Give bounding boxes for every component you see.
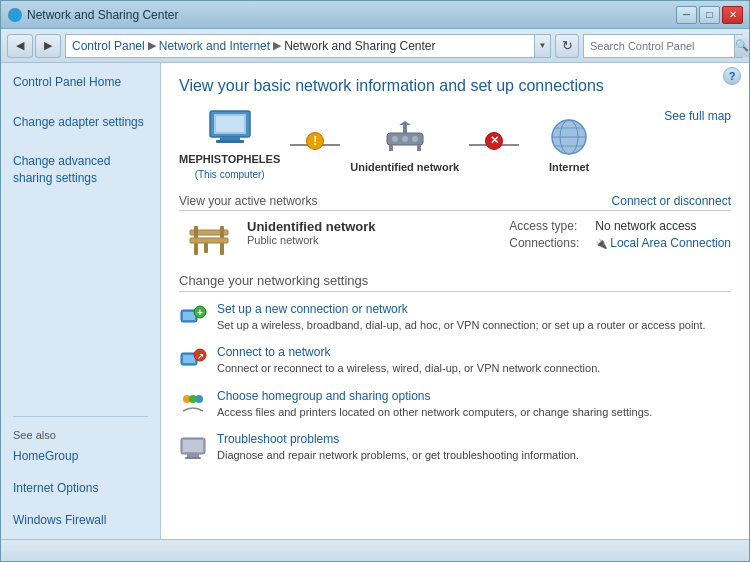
svg-rect-5 — [216, 140, 244, 143]
svg-point-8 — [392, 136, 398, 142]
troubleshoot-link[interactable]: Troubleshoot problems — [217, 432, 579, 446]
forward-button[interactable]: ▶ — [35, 34, 61, 58]
computer-label: MEPHISTOPHELES — [179, 153, 280, 165]
breadcrumb-dropdown[interactable]: ▼ — [535, 34, 551, 58]
breadcrumb-item-current: Network and Sharing Center — [284, 39, 435, 53]
title-bar: 🌐 Network and Sharing Center ─ □ ✕ — [1, 1, 749, 29]
sidebar-item-change-advanced-sharing[interactable]: Change advanced sharing settings — [13, 153, 148, 187]
connections-row: Connections: 🔌 Local Area Connection — [509, 236, 731, 250]
svg-point-10 — [412, 136, 418, 142]
setting-item-homegroup: Choose homegroup and sharing options Acc… — [179, 389, 731, 420]
search-box: 🔍 — [583, 34, 743, 58]
connector-error: ✕ — [469, 144, 519, 146]
see-full-map-link[interactable]: See full map — [664, 109, 731, 123]
svg-rect-41 — [185, 457, 201, 459]
svg-point-9 — [402, 136, 408, 142]
homegroup-desc: Access files and printers located on oth… — [217, 405, 652, 420]
access-type-row: Access type: No network access — [509, 219, 731, 233]
help-button[interactable]: ? — [723, 67, 741, 85]
status-bar — [1, 539, 749, 561]
homegroup-link[interactable]: Choose homegroup and sharing options — [217, 389, 652, 403]
refresh-button[interactable]: ↻ — [555, 34, 579, 58]
active-networks-header: View your active networks Connect or dis… — [179, 194, 731, 211]
svg-marker-12 — [399, 121, 411, 125]
new-connection-desc: Set up a wireless, broadband, dial-up, a… — [217, 318, 706, 333]
internet-label: Internet — [549, 161, 589, 173]
main-panel: View your basic network information and … — [161, 63, 749, 539]
network-type: Public network — [247, 234, 495, 246]
panel-title: View your basic network information and … — [179, 77, 731, 95]
setting-text-connect-network: Connect to a network Connect or reconnec… — [217, 345, 600, 376]
sidebar-item-control-panel-home[interactable]: Control Panel Home — [13, 73, 148, 91]
back-button[interactable]: ◀ — [7, 34, 33, 58]
svg-rect-39 — [183, 440, 203, 452]
sidebar-item-change-adapter-settings[interactable]: Change adapter settings — [13, 113, 148, 131]
window-icon: 🌐 — [7, 7, 23, 23]
svg-rect-26 — [220, 226, 224, 238]
svg-text:🌐: 🌐 — [9, 9, 22, 22]
svg-rect-11 — [403, 125, 407, 133]
minimize-button[interactable]: ─ — [676, 6, 697, 24]
search-input[interactable] — [584, 40, 734, 52]
svg-rect-13 — [389, 145, 393, 151]
connect-network-icon: ↗ — [179, 345, 207, 373]
breadcrumb-item-control-panel[interactable]: Control Panel — [72, 39, 145, 53]
breadcrumb-sep-1: ▶ — [148, 39, 156, 52]
window-title: Network and Sharing Center — [27, 8, 178, 22]
computer-sublabel: (This computer) — [195, 169, 265, 180]
local-area-connection-link[interactable]: Local Area Connection — [610, 236, 731, 250]
window: 🌐 Network and Sharing Center ─ □ ✕ ◀ ▶ C… — [0, 0, 750, 562]
bench-icon — [185, 223, 233, 259]
svg-rect-25 — [194, 226, 198, 238]
svg-text:+: + — [197, 307, 203, 318]
settings-title: Change your networking settings — [179, 273, 731, 292]
maximize-button[interactable]: □ — [699, 6, 720, 24]
internet-icon — [545, 117, 593, 157]
connections-label: Connections: — [509, 236, 589, 250]
svg-rect-23 — [220, 243, 224, 255]
close-button[interactable]: ✕ — [722, 6, 743, 24]
sidebar-item-homegroup[interactable]: HomeGroup — [13, 449, 78, 463]
setting-text-new-connection: Set up a new connection or network Set u… — [217, 302, 706, 333]
search-button[interactable]: 🔍 — [734, 35, 749, 57]
sidebar: Control Panel Home Change adapter settin… — [1, 63, 161, 539]
main-content: Control Panel Home Change adapter settin… — [1, 63, 749, 539]
troubleshoot-desc: Diagnose and repair network problems, or… — [217, 448, 579, 463]
unidentified-network-label: Unidentified network — [350, 161, 459, 173]
new-connection-link[interactable]: Set up a new connection or network — [217, 302, 706, 316]
setting-item-connect-network: ↗ Connect to a network Connect or reconn… — [179, 345, 731, 376]
svg-rect-24 — [204, 243, 208, 253]
computer-icon — [206, 109, 254, 149]
sidebar-see-also: See also HomeGroup Internet Options Wind… — [13, 416, 148, 529]
unidentified-network-icon — [381, 117, 429, 157]
svg-text:↗: ↗ — [197, 352, 204, 361]
title-bar-left: 🌐 Network and Sharing Center — [7, 7, 178, 23]
breadcrumb-sep-2: ▶ — [273, 39, 281, 52]
svg-rect-22 — [194, 243, 198, 255]
computer-node: MEPHISTOPHELES (This computer) — [179, 109, 280, 180]
address-bar: ◀ ▶ Control Panel ▶ Network and Internet… — [1, 29, 749, 63]
connect-network-link[interactable]: Connect to a network — [217, 345, 600, 359]
nav-buttons: ◀ ▶ — [7, 34, 61, 58]
network-details-right: Access type: No network access Connectio… — [509, 219, 731, 250]
svg-point-37 — [189, 395, 197, 403]
connector-warning: ! — [290, 144, 340, 146]
sidebar-item-internet-options[interactable]: Internet Options — [13, 481, 98, 495]
internet-node: Internet — [529, 117, 609, 173]
network-details-left: Unidentified network Public network — [247, 219, 495, 246]
access-type-label: Access type: — [509, 219, 589, 233]
breadcrumb: Control Panel ▶ Network and Internet ▶ N… — [65, 34, 535, 58]
troubleshoot-icon — [179, 432, 207, 460]
sidebar-item-windows-firewall[interactable]: Windows Firewall — [13, 513, 106, 527]
setting-text-troubleshoot: Troubleshoot problems Diagnose and repai… — [217, 432, 579, 463]
see-also-title: See also — [13, 429, 148, 441]
active-networks-label: View your active networks — [179, 194, 318, 208]
connect-disconnect-link[interactable]: Connect or disconnect — [612, 194, 731, 208]
svg-rect-32 — [183, 355, 195, 363]
svg-rect-28 — [183, 312, 195, 320]
svg-rect-14 — [417, 145, 421, 151]
setting-item-troubleshoot: Troubleshoot problems Diagnose and repai… — [179, 432, 731, 463]
svg-rect-40 — [187, 454, 199, 457]
svg-rect-4 — [220, 137, 240, 140]
breadcrumb-item-network-internet[interactable]: Network and Internet — [159, 39, 270, 53]
